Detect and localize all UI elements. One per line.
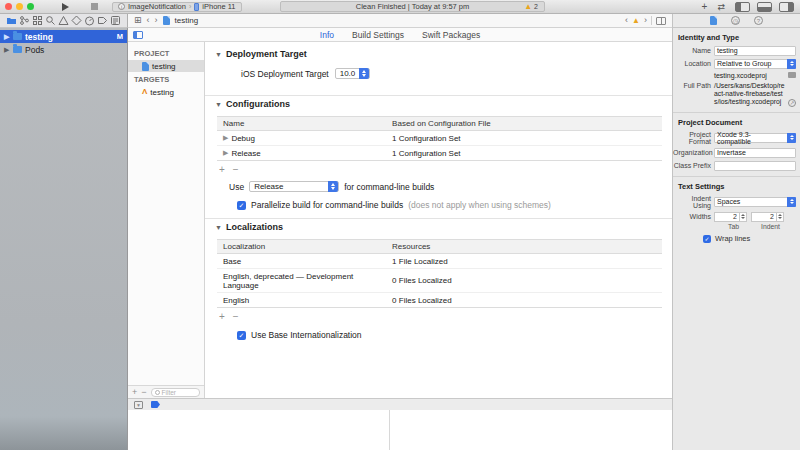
remove-target-button[interactable]: − [141, 388, 146, 397]
zoom-window-button[interactable] [27, 3, 34, 10]
table-row-english[interactable]: English 0 Files Localized [217, 293, 662, 307]
tab-info[interactable]: Info [320, 30, 334, 40]
jump-bar: ⊞ ‹ › testing ‹ ▲ › [128, 14, 672, 28]
name-field[interactable]: testing [714, 46, 796, 56]
previous-issue-button[interactable]: ‹ [625, 16, 628, 25]
run-button[interactable] [62, 3, 69, 11]
sidebar-item-target-testing[interactable]: Λ testing [128, 86, 204, 98]
xcode-window: i ImageNotification › iPhone 11 Clean Fi… [0, 0, 800, 450]
indent-using-dropdown[interactable]: Spaces [714, 197, 796, 207]
project-navigator: ▶ testing M ▶ Pods [0, 28, 128, 450]
report-navigator-icon[interactable] [110, 15, 121, 26]
hide-debug-area-button[interactable]: ▼ [134, 401, 143, 409]
stepper-arrows-icon[interactable] [740, 212, 747, 222]
project-navigator-icon[interactable] [6, 15, 17, 26]
add-localization-button[interactable]: + [219, 312, 225, 322]
navigator-item-testing[interactable]: ▶ testing M [0, 30, 127, 43]
command-line-config-dropdown[interactable]: Release [249, 181, 339, 192]
modified-badge: M [117, 32, 123, 41]
console-view[interactable] [390, 410, 672, 450]
indent-width-stepper[interactable]: 2 [751, 212, 784, 222]
full-path-value: /Users/kans/Desktop/react-native-firebas… [714, 82, 785, 107]
breakpoint-navigator-icon[interactable] [97, 15, 108, 26]
related-items-icon[interactable]: ⊞ [134, 16, 142, 25]
parallelize-checkbox[interactable]: ✓ [237, 201, 246, 210]
remove-configuration-button[interactable]: − [233, 165, 239, 175]
history-inspector-icon[interactable]: ◷ [731, 16, 740, 25]
table-row-english-deprecated[interactable]: English, deprecated — Development Langua… [217, 269, 662, 293]
filter-placeholder: Filter [162, 389, 176, 396]
dropdown-arrows-icon [328, 181, 338, 192]
base-internationalization-label: Use Base Internationalization [251, 330, 362, 340]
device-icon [194, 3, 199, 11]
debug-area [128, 410, 672, 450]
disclosure-triangle-icon[interactable]: ▶ [4, 46, 10, 54]
inspector-icon-bar: ◷ ? [672, 14, 800, 28]
organization-field[interactable]: Invertase [714, 148, 796, 158]
targets-header: TARGETS [128, 72, 204, 86]
location-dropdown[interactable]: Relative to Group [714, 59, 796, 69]
project-format-dropdown[interactable]: Xcode 9.3-compatible [714, 133, 796, 143]
add-configuration-button[interactable]: + [219, 165, 225, 175]
forward-button[interactable]: › [155, 16, 158, 25]
add-target-button[interactable]: + [132, 388, 137, 397]
quick-help-inspector-icon[interactable]: ? [754, 16, 763, 25]
section-deployment-target[interactable]: ▼ Deployment Target [205, 46, 672, 62]
symbol-navigator-icon[interactable] [32, 15, 43, 26]
issue-warning-icon[interactable]: ▲ [632, 16, 640, 25]
section-disclosure-icon[interactable]: ▼ [215, 101, 222, 108]
base-internationalization-checkbox[interactable]: ✓ [237, 331, 246, 340]
table-row-debug[interactable]: ▶Debug 1 Configuration Set [217, 131, 662, 146]
section-localizations[interactable]: ▼ Localizations [205, 219, 672, 235]
section-disclosure-icon[interactable]: ▼ [215, 51, 222, 58]
reveal-in-finder-icon[interactable] [788, 72, 796, 78]
toggle-navigator-button[interactable] [735, 2, 750, 12]
minimize-window-button[interactable] [16, 3, 23, 10]
tab-width-stepper[interactable]: 2 [714, 212, 747, 222]
disclosure-triangle-icon[interactable]: ▶ [223, 149, 228, 157]
section-disclosure-icon[interactable]: ▼ [215, 224, 222, 231]
issue-navigator-icon[interactable] [58, 15, 69, 26]
file-inspector-icon[interactable] [710, 16, 717, 25]
editor-mode-button[interactable]: ⇄ [717, 1, 725, 13]
remove-localization-button[interactable]: − [233, 312, 239, 322]
tab-swift-packages[interactable]: Swift Packages [422, 30, 480, 40]
toggle-project-sidebar-icon[interactable] [133, 31, 143, 39]
library-add-button[interactable]: + [702, 1, 708, 13]
table-row-release[interactable]: ▶Release 1 Configuration Set [217, 146, 662, 160]
open-path-arrow-icon[interactable]: ↗ [788, 99, 796, 107]
class-prefix-field[interactable] [714, 161, 796, 171]
back-button[interactable]: ‹ [147, 16, 150, 25]
toggle-inspector-button[interactable] [779, 2, 794, 12]
wrap-lines-checkbox[interactable]: ✓ [703, 235, 711, 243]
variables-view[interactable] [128, 410, 390, 450]
file-icon [163, 16, 170, 25]
jumpbar-file-name[interactable]: testing [175, 16, 199, 25]
debug-navigator-icon[interactable] [84, 15, 95, 26]
tab-build-settings[interactable]: Build Settings [352, 30, 404, 40]
table-row-base[interactable]: Base 1 File Localized [217, 254, 662, 269]
disclosure-triangle-icon[interactable]: ▶ [223, 134, 228, 142]
close-window-button[interactable] [5, 3, 12, 10]
breakpoints-toggle-icon[interactable] [151, 401, 160, 408]
text-settings-section-title: Text Settings [673, 179, 800, 193]
indent-using-label: Indent Using [673, 195, 711, 209]
navigator-item-pods[interactable]: ▶ Pods [0, 43, 127, 56]
stop-button[interactable] [91, 3, 98, 10]
next-issue-button[interactable]: › [644, 16, 647, 25]
toggle-debug-area-button[interactable] [757, 2, 772, 12]
filter-input[interactable]: Filter [151, 388, 200, 397]
section-configurations[interactable]: ▼ Configurations [205, 96, 672, 112]
search-navigator-icon[interactable] [45, 15, 56, 26]
scheme-target: ImageNotification [128, 2, 186, 11]
sidebar-item-project-testing[interactable]: testing [128, 60, 204, 72]
stepper-arrows-icon[interactable] [777, 212, 784, 222]
test-navigator-icon[interactable] [71, 15, 82, 26]
ios-deployment-target-dropdown[interactable]: 10.0 [335, 68, 371, 79]
code-review-button[interactable] [656, 17, 666, 25]
identity-section-title: Identity and Type [673, 30, 800, 44]
disclosure-triangle-icon[interactable]: ▶ [4, 33, 10, 41]
scheme-selector[interactable]: i ImageNotification › iPhone 11 [112, 2, 242, 12]
warning-count[interactable]: ▲ 2 [524, 2, 538, 11]
source-control-navigator-icon[interactable] [19, 15, 30, 26]
